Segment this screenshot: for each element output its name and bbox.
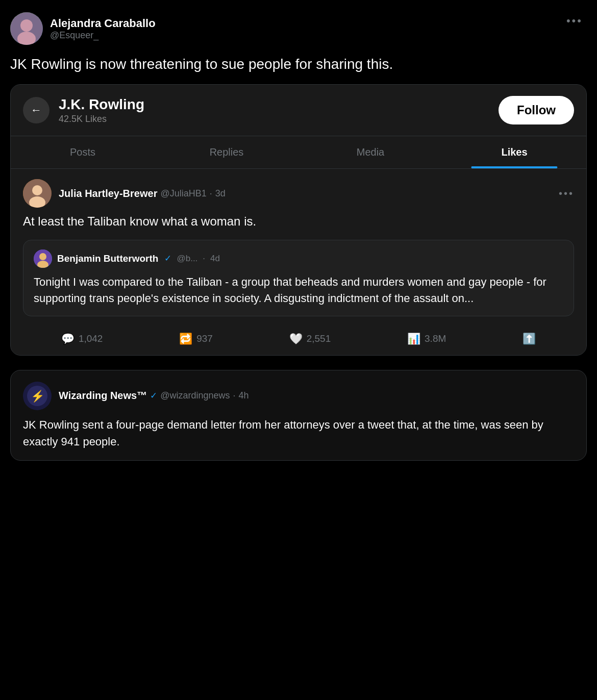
- jk-profile-name: J.K. Rowling: [59, 96, 144, 113]
- views-stat[interactable]: 📊 3.8M: [407, 333, 446, 345]
- tweet-dot-separator: ·: [210, 188, 212, 199]
- inner-author-handle: @JuliaHB1: [160, 188, 206, 199]
- inner-avatar-placeholder: [23, 179, 52, 208]
- share-icon: ⬆️: [523, 333, 536, 345]
- second-tweet-time: 4h: [239, 390, 249, 401]
- second-tweet-dot: ·: [233, 390, 236, 401]
- back-button[interactable]: ←: [23, 97, 49, 123]
- retweet-icon: 🔁: [179, 333, 192, 345]
- svg-text:⚡: ⚡: [31, 389, 45, 403]
- author-name: Alejandra Caraballo: [50, 17, 156, 30]
- comment-stat[interactable]: 💬 1,042: [61, 333, 103, 345]
- inner-author-details: Julia Hartley-Brewer @JuliaHB1 · 3d •••: [59, 188, 574, 199]
- profile-tabs: Posts Replies Media Likes: [11, 136, 586, 169]
- second-tweet-text: JK Rowling sent a four-page demand lette…: [23, 416, 574, 450]
- jk-name-block: J.K. Rowling 42.5K Likes: [59, 96, 144, 124]
- tweet-author-row: Alejandra Caraballo @Esqueer_: [10, 12, 156, 45]
- comment-count: 1,042: [79, 333, 103, 344]
- share-stat[interactable]: ⬆️: [523, 333, 536, 345]
- svg-point-1: [20, 19, 33, 32]
- quoted-tweet-text: Tonight I was compared to the Taliban - …: [34, 274, 563, 307]
- views-count: 3.8M: [425, 333, 446, 344]
- inner-author-name-row: Julia Hartley-Brewer @JuliaHB1 · 3d •••: [59, 188, 574, 199]
- more-options-icon[interactable]: •••: [562, 12, 587, 30]
- avatar-initials: [10, 12, 43, 45]
- svg-point-7: [39, 253, 46, 260]
- follow-button[interactable]: Follow: [499, 96, 574, 124]
- tab-media[interactable]: Media: [298, 136, 442, 168]
- tab-posts[interactable]: Posts: [11, 136, 155, 168]
- comment-icon: 💬: [61, 333, 74, 345]
- tab-likes[interactable]: Likes: [442, 136, 586, 168]
- second-verified-badge-icon: ✓: [150, 390, 157, 401]
- inner-tweet-more-icon[interactable]: •••: [559, 188, 574, 199]
- quoted-dot-separator: ·: [203, 254, 205, 264]
- author-info: Alejandra Caraballo @Esqueer_: [50, 17, 156, 41]
- author-avatar: [10, 12, 43, 45]
- quoted-tweet-time: 4d: [210, 254, 220, 264]
- second-author-handle: @wizardingnews: [160, 390, 230, 401]
- quoted-avatar: [34, 249, 52, 268]
- second-author-name: Wizarding News™: [59, 390, 147, 402]
- second-author-name-row: Wizarding News™ ✓ @wizardingnews · 4h: [59, 390, 249, 402]
- svg-point-4: [32, 185, 42, 195]
- like-count: 2,551: [307, 333, 331, 344]
- retweet-count: 937: [196, 333, 213, 344]
- inner-tweet-author-row: Julia Hartley-Brewer @JuliaHB1 · 3d •••: [23, 179, 574, 208]
- inner-tweet: Julia Hartley-Brewer @JuliaHB1 · 3d ••• …: [11, 169, 586, 355]
- second-card-author-row: ⚡ Wizarding News™ ✓ @wizardingnews · 4h: [23, 382, 574, 410]
- jk-header: ← J.K. Rowling 42.5K Likes Follow: [11, 85, 586, 136]
- main-tweet-text: JK Rowling is now threatening to sue peo…: [10, 54, 587, 74]
- tweet-stats-row: 💬 1,042 🔁 937 🤍 2,551 📊 3.8M ⬆️: [23, 326, 574, 347]
- jk-likes-count: 42.5K Likes: [59, 114, 144, 124]
- quoted-author-handle: @b...: [177, 254, 197, 264]
- jk-header-left: ← J.K. Rowling 42.5K Likes: [23, 96, 144, 124]
- top-tweet-header: Alejandra Caraballo @Esqueer_ •••: [10, 12, 587, 54]
- quoted-tweet: Benjamin Butterworth ✓ @b... · 4d Tonigh…: [23, 240, 574, 316]
- views-icon: 📊: [407, 333, 420, 345]
- author-handle: @Esqueer_: [50, 30, 156, 41]
- second-tweet-card: ⚡ Wizarding News™ ✓ @wizardingnews · 4h …: [10, 370, 587, 461]
- retweet-stat[interactable]: 🔁 937: [179, 333, 213, 345]
- like-stat[interactable]: 🤍 2,551: [289, 333, 331, 345]
- embedded-card: ← J.K. Rowling 42.5K Likes Follow Posts …: [10, 84, 587, 356]
- verified-badge-icon: ✓: [164, 253, 171, 264]
- tab-replies[interactable]: Replies: [155, 136, 298, 168]
- back-arrow-icon: ←: [31, 104, 42, 117]
- quoted-author-row: Benjamin Butterworth ✓ @b... · 4d: [34, 249, 563, 268]
- inner-tweet-time: 3d: [215, 188, 226, 199]
- like-icon: 🤍: [289, 333, 303, 345]
- inner-tweet-avatar: [23, 179, 52, 208]
- second-author-info: Wizarding News™ ✓ @wizardingnews · 4h: [59, 390, 249, 402]
- quoted-author-name: Benjamin Butterworth: [57, 253, 158, 264]
- second-tweet-avatar: ⚡: [23, 382, 52, 410]
- inner-tweet-text: At least the Taliban know what a woman i…: [23, 213, 574, 231]
- inner-author-name: Julia Hartley-Brewer: [59, 188, 157, 199]
